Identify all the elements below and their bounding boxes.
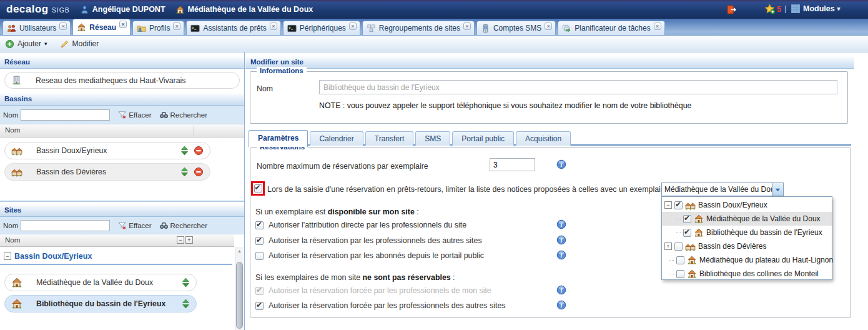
option-checkbox[interactable] — [255, 302, 264, 310]
scrollbar-thumb[interactable] — [236, 262, 243, 329]
site-name-field[interactable] — [319, 80, 837, 94]
sites-group-header[interactable]: − Bassin Doux/Eyrieux — [0, 247, 232, 265]
sites-search-button[interactable]: Rechercher — [159, 221, 207, 230]
info-icon[interactable] — [556, 285, 566, 295]
up-down-arrows-icon[interactable] — [180, 167, 189, 177]
option-checkbox[interactable] — [255, 237, 264, 245]
up-down-arrows-icon[interactable] — [180, 146, 189, 156]
info-icon[interactable] — [556, 235, 566, 245]
current-site[interactable]: Médiathèque de la Vallée du Doux — [175, 5, 313, 14]
sites-search-input[interactable] — [21, 220, 110, 231]
sites-search-label: Nom — [3, 222, 18, 229]
tab-peripheriques[interactable]: Périphériques × — [283, 21, 360, 35]
sites-scrollbar[interactable]: ▲ — [235, 247, 244, 330]
tree-checkbox[interactable] — [683, 215, 691, 223]
limit-checkbox[interactable] — [254, 184, 262, 192]
expand-icon[interactable]: + — [664, 242, 672, 250]
tab-acquisition[interactable]: Acquisition — [516, 131, 571, 146]
tab-sms[interactable]: SMS — [415, 131, 450, 146]
favorites-button[interactable]: 5 — [764, 4, 781, 14]
close-icon[interactable]: × — [654, 22, 661, 30]
bassins-grid-header[interactable]: Nom — [0, 124, 244, 138]
houses-icon — [11, 145, 22, 156]
network-sidebar: Réseau Reseau des mediatheques du Haut-V… — [0, 52, 245, 330]
tree-item-site[interactable]: Médiathèque de la Vallée du Doux — [662, 212, 832, 226]
home-icon — [687, 255, 697, 265]
name-label: Nom — [257, 84, 273, 93]
available-section-label: Si un exemplaire est disponible sur mon … — [255, 208, 419, 216]
tab-planificateur-de-taches[interactable]: Planificateur de tâches × — [558, 21, 664, 35]
close-icon[interactable]: × — [463, 22, 471, 30]
close-icon[interactable]: × — [119, 21, 127, 28]
max-reservations-input[interactable] — [490, 158, 535, 171]
tree-checkbox[interactable] — [676, 256, 684, 264]
bassin-row[interactable]: Bassin Doux/Eyrieux — [4, 142, 210, 159]
site-row[interactable]: Bibliothèque du bassin de l'Eyrieux — [4, 295, 197, 312]
info-icon[interactable] — [556, 250, 566, 260]
tab-comptes-sms[interactable]: Comptes SMS × — [476, 21, 556, 35]
sites-clear-button[interactable]: Effacer — [117, 221, 151, 230]
sites-search-row: Nom Effacer Rechercher — [0, 217, 244, 234]
tab-parametres[interactable]: Paramètres — [249, 130, 308, 147]
close-icon[interactable]: × — [59, 22, 67, 30]
remove-icon[interactable] — [194, 167, 204, 177]
bassins-clear-button[interactable]: Effacer — [117, 110, 151, 119]
option-checkbox — [255, 287, 264, 295]
tree-connector — [669, 274, 674, 274]
tab-assistants-de-prets[interactable]: Assistants de prêts × — [186, 21, 280, 35]
collapse-icon[interactable]: − — [4, 252, 11, 260]
site-filter-combobox[interactable]: Médiathèque de la Vallée du Dou — [661, 182, 784, 196]
tab-portail-public[interactable]: Portail public — [452, 131, 514, 146]
expand-all-button[interactable]: + — [185, 236, 193, 244]
info-icon[interactable] — [556, 219, 566, 229]
column-divider[interactable] — [194, 126, 194, 136]
scroll-up-icon[interactable]: ▲ — [235, 247, 244, 256]
favorites-count: 5 — [777, 5, 781, 14]
tab-profils[interactable]: Profils × — [132, 21, 184, 35]
modules-menu[interactable]: Modules ▾ — [791, 4, 840, 14]
close-icon[interactable]: × — [349, 22, 357, 30]
info-icon[interactable] — [556, 159, 566, 169]
sites-group-icon — [367, 24, 376, 33]
collapse-all-button[interactable]: − — [177, 236, 184, 244]
tree-checkbox[interactable] — [674, 242, 683, 251]
up-down-arrows-icon[interactable] — [182, 278, 190, 288]
tree-item-site[interactable]: Bibliothèque du bassin de l'Eyrieux — [662, 226, 832, 239]
combo-dropdown-button[interactable] — [772, 183, 783, 196]
tab-transfert[interactable]: Transfert — [365, 131, 414, 146]
up-down-arrows-icon[interactable] — [182, 299, 190, 309]
tree-checkbox[interactable] — [676, 270, 684, 278]
current-user[interactable]: Angélique DUPONT — [80, 5, 165, 14]
remove-icon[interactable] — [194, 146, 204, 156]
logout-button[interactable] — [726, 4, 737, 15]
tree-item-bassin[interactable]: + Bassin des Dévières — [662, 239, 832, 253]
home-icon — [694, 228, 704, 238]
tree-checkbox[interactable] — [674, 201, 683, 209]
option-row: Autoriser l'attribution directe par les … — [255, 221, 466, 229]
tree-item-site[interactable]: Médiathèque du plateau du Haut-Lignon — [662, 253, 832, 267]
collapse-icon[interactable]: − — [664, 201, 672, 209]
users-icon — [7, 24, 16, 33]
tree-item-site[interactable]: Bibliothèque des collines de Monteil — [662, 267, 832, 281]
bassins-search-button[interactable]: Rechercher — [159, 110, 207, 119]
tree-item-bassin[interactable]: − Bassin Doux/Eyrieux — [662, 198, 832, 212]
option-checkbox[interactable] — [255, 252, 264, 260]
add-button[interactable]: Ajouter ▾ — [5, 39, 47, 49]
close-icon[interactable]: × — [545, 22, 552, 30]
bassins-search-input[interactable] — [21, 109, 110, 121]
bassin-row[interactable]: Bassin des Dévières — [4, 163, 210, 181]
tab-utilisateurs[interactable]: Utilisateurs × — [2, 21, 71, 35]
info-icon[interactable] — [556, 300, 566, 310]
edit-button[interactable]: Modifier — [60, 39, 99, 49]
reservations-fieldset: Réservations Nombre maximum de réservati… — [250, 148, 851, 318]
close-icon[interactable]: × — [173, 22, 180, 30]
network-item[interactable]: Reseau des mediatheques du Haut-Vivarais — [4, 72, 240, 89]
tab-calendrier[interactable]: Calendrier — [310, 131, 363, 146]
close-icon[interactable]: × — [270, 22, 277, 30]
tab-regroupements-de-sites[interactable]: Regroupements de sites × — [362, 21, 475, 35]
sites-grid-header[interactable]: Nom − + — [0, 234, 234, 247]
tab-reseau[interactable]: Réseau × — [72, 19, 131, 35]
option-checkbox[interactable] — [255, 221, 264, 229]
site-row[interactable]: Médiathèque de la Vallée du Doux — [4, 274, 197, 291]
tree-checkbox[interactable] — [683, 229, 691, 237]
